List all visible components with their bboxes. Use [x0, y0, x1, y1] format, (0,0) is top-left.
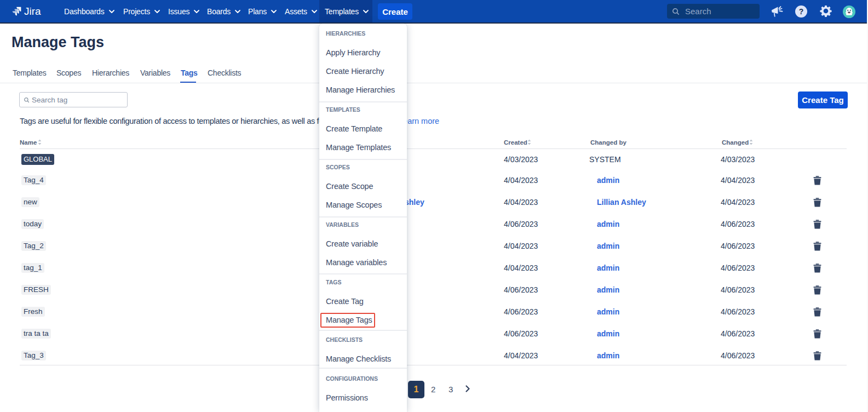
svg-text:?: ? — [799, 7, 804, 16]
